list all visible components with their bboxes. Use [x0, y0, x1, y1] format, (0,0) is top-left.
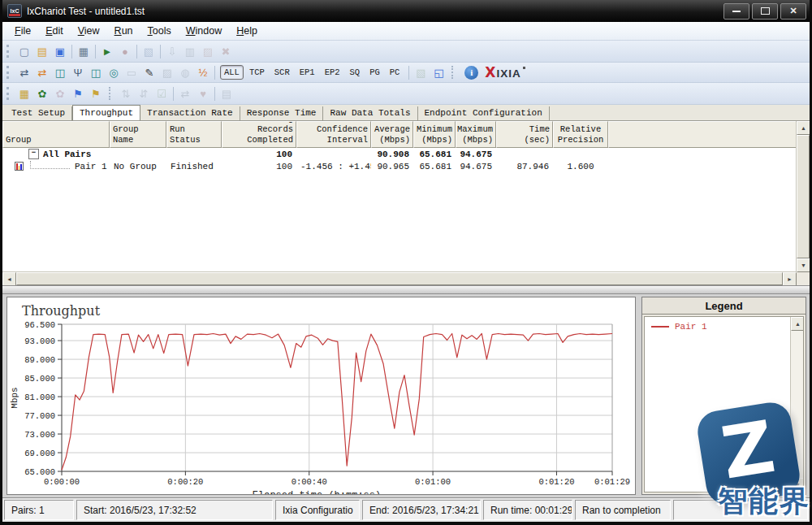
- status-segment-5: Ran to completion: [575, 500, 671, 520]
- compare-icon: ▨: [158, 64, 176, 80]
- table-row-pair-1[interactable]: Pair 1No GroupFinished100-1.456 : +1.456…: [2, 160, 797, 172]
- ixia-wordmark: IXIA: [496, 67, 520, 80]
- info-button[interactable]: i: [464, 66, 478, 80]
- column-header-3[interactable]: Timing Records Completed: [222, 121, 296, 148]
- legend-entry-pair-1[interactable]: Pair 1: [645, 317, 803, 332]
- column-header-6[interactable]: Minimum (Mbps): [413, 121, 456, 148]
- toolbar-separator: [71, 45, 72, 59]
- new-window-icon[interactable]: ◱: [430, 64, 447, 80]
- pair-chart-icon: [15, 162, 24, 171]
- filter-button-pg[interactable]: PG: [365, 65, 384, 80]
- column-header-1[interactable]: Pair Group Name: [110, 121, 166, 148]
- tab-raw-data-totals[interactable]: Raw Data Totals: [323, 106, 417, 120]
- legend-list: Pair 1 ▲ ▼: [644, 316, 804, 492]
- tab-throughput[interactable]: Throughput: [72, 105, 140, 121]
- save-icon[interactable]: ▣: [51, 43, 69, 59]
- menu-run[interactable]: Run: [107, 23, 140, 39]
- tree-connector: [30, 161, 70, 169]
- flower-icon: ✿: [51, 85, 69, 102]
- filter-button-ep2[interactable]: EP2: [321, 65, 344, 80]
- minimize-icon: [732, 11, 741, 12]
- pane-splitter[interactable]: [2, 285, 810, 294]
- maximize-icon: [761, 7, 770, 15]
- svg-text:0:01:00: 0:01:00: [415, 477, 451, 487]
- finish-flag-icon[interactable]: ⚑: [87, 85, 105, 102]
- menu-tools[interactable]: Tools: [140, 23, 179, 39]
- close-icon: ✕: [789, 7, 797, 15]
- filter-button-tcp[interactable]: TCP: [245, 65, 269, 80]
- scroll-left-icon[interactable]: ◄: [2, 272, 16, 285]
- new-file-icon[interactable]: ▢: [15, 43, 33, 59]
- endpoint-icon[interactable]: ◫: [51, 64, 69, 80]
- expander-icon[interactable]: −: [28, 149, 39, 159]
- toolbar-grip[interactable]: [6, 45, 11, 58]
- column-header-7[interactable]: Maximum (Mbps): [456, 121, 496, 148]
- scroll-down-icon[interactable]: ▼: [797, 258, 810, 272]
- scroll-right-icon[interactable]: ►: [783, 272, 797, 285]
- scrollbar-thumb[interactable]: [16, 272, 783, 285]
- filter-button-pc[interactable]: PC: [386, 65, 404, 80]
- menu-file[interactable]: File: [7, 23, 38, 39]
- edit-endpoint-icon[interactable]: ◫: [87, 64, 105, 80]
- toolbar-grip[interactable]: [6, 66, 11, 79]
- scroll-up-icon[interactable]: ▲: [797, 121, 810, 135]
- tab-response-time[interactable]: Response Time: [240, 106, 324, 120]
- toolbar-tests: ▦✿✿⚑⚑⇅⇵☑⇄♥▤: [2, 83, 810, 105]
- maximize-button[interactable]: [752, 3, 778, 20]
- chart-area: 96.50093.00089.00085.00081.00077.00073.0…: [2, 294, 810, 497]
- column-header-9[interactable]: Relative Precision: [553, 121, 608, 148]
- print-icon[interactable]: ▦: [75, 43, 93, 59]
- cell-0-3: 100: [222, 150, 296, 159]
- column-header-4[interactable]: 95% Confidence Interval: [296, 121, 371, 148]
- assessment-icon[interactable]: ✿: [33, 85, 51, 102]
- legend-scrollbar[interactable]: ▲ ▼: [790, 317, 803, 492]
- multicast-flag-icon[interactable]: ⚑: [69, 85, 87, 102]
- svg-text:65.000: 65.000: [24, 467, 55, 477]
- window-title: IxChariot Test - untitled1.tst: [27, 6, 721, 17]
- column-header-5[interactable]: Average (Mbps): [371, 121, 413, 148]
- column-header-2[interactable]: Run Status: [166, 121, 222, 148]
- export-icon: ▧: [412, 64, 430, 80]
- column-header-8[interactable]: Measured Time (sec): [496, 121, 553, 148]
- menu-help[interactable]: Help: [229, 23, 265, 39]
- sort-order-icon[interactable]: ½: [194, 64, 212, 80]
- filter-button-ep1[interactable]: EP1: [296, 65, 319, 80]
- menu-edit[interactable]: Edit: [38, 23, 71, 39]
- table-horizontal-scrollbar[interactable]: ◄ ►: [2, 271, 797, 285]
- tab-endpoint-configuration[interactable]: Endpoint Configuration: [418, 106, 550, 120]
- table-row-all-pairs[interactable]: −All Pairs10090.90865.68194.675: [2, 148, 797, 160]
- app-icon: IxC: [7, 4, 22, 18]
- add-multicast-group-icon[interactable]: Ψ: [69, 64, 87, 80]
- minimize-button[interactable]: [723, 3, 749, 20]
- toolbar-grip[interactable]: [6, 87, 11, 100]
- scroll-up-icon[interactable]: ▲: [791, 317, 804, 331]
- open-file-icon[interactable]: ▤: [33, 43, 51, 59]
- toolbar-standard-icons: ▢▤▣▦►●▧⇩▥▨✖: [15, 43, 235, 59]
- menu-view[interactable]: View: [71, 23, 107, 39]
- menu-window[interactable]: Window: [179, 23, 229, 39]
- replicate-endpoint-icon[interactable]: ◎: [105, 64, 123, 80]
- filter-button-sq[interactable]: SQ: [346, 65, 365, 80]
- view-results-icon: ▧: [140, 43, 158, 59]
- tab-transaction-rate[interactable]: Transaction Rate: [140, 106, 240, 120]
- cell-1-4: -1.456 : +1.456: [296, 162, 371, 171]
- script-editor-icon[interactable]: ✎: [140, 64, 158, 80]
- svg-text:0:00:00: 0:00:00: [44, 477, 80, 487]
- svg-text:96.500: 96.500: [24, 320, 55, 330]
- ixia-x-mark: X: [485, 64, 495, 80]
- add-pair-wizard-icon[interactable]: ⇄: [33, 64, 51, 80]
- close-button[interactable]: ✕: [780, 3, 806, 20]
- tab-test-setup[interactable]: Test Setup: [5, 106, 72, 120]
- filter-button-scr[interactable]: SCR: [270, 65, 294, 80]
- column-header-0[interactable]: Group: [2, 121, 110, 148]
- run-test-icon[interactable]: ►: [98, 43, 116, 59]
- toolbar-separator: [214, 66, 215, 80]
- scrollbar-thumb[interactable]: [797, 135, 810, 258]
- table-vertical-scrollbar[interactable]: ▲ ▼: [796, 121, 810, 272]
- app-window: IxC IxChariot Test - untitled1.tst ✕ Fil…: [0, 0, 812, 525]
- toolbar-separator: [136, 45, 137, 59]
- scroll-down-icon[interactable]: ▼: [791, 478, 804, 492]
- video-test-icon[interactable]: ▦: [15, 85, 33, 102]
- filter-button-all[interactable]: ALL: [220, 65, 244, 80]
- add-pair-icon[interactable]: ⇄: [15, 64, 33, 80]
